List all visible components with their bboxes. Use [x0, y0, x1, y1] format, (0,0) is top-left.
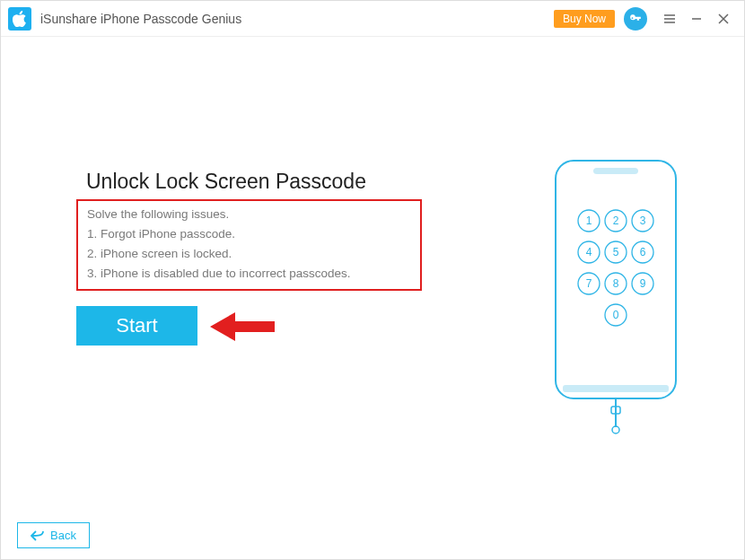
- issue-item: 3. iPhone is disabled due to incorrect p…: [87, 264, 411, 284]
- page-heading: Unlock Lock Screen Passcode: [86, 170, 366, 194]
- titlebar: iSunshare iPhone Passcode Genius Buy Now: [1, 1, 744, 37]
- svg-text:1: 1: [586, 214, 592, 227]
- buy-now-button[interactable]: Buy Now: [554, 10, 615, 28]
- app-logo: [8, 7, 31, 31]
- svg-point-25: [612, 426, 619, 433]
- svg-rect-1: [593, 168, 638, 174]
- issues-highlight-box: Solve the following issues. 1. Forgot iP…: [76, 199, 422, 291]
- svg-text:6: 6: [640, 246, 646, 258]
- issue-item: 1. Forgot iPhone passcode.: [87, 224, 411, 244]
- svg-text:3: 3: [640, 214, 646, 227]
- svg-text:2: 2: [613, 214, 619, 227]
- issues-intro: Solve the following issues.: [87, 205, 411, 224]
- close-button[interactable]: [710, 5, 737, 32]
- back-label: Back: [50, 529, 76, 542]
- start-button[interactable]: Start: [76, 306, 197, 346]
- key-icon-button[interactable]: [624, 7, 647, 31]
- back-button[interactable]: Back: [17, 522, 90, 548]
- svg-text:5: 5: [613, 246, 619, 258]
- svg-text:0: 0: [613, 309, 619, 321]
- minimize-button[interactable]: [683, 5, 710, 32]
- svg-text:9: 9: [640, 277, 646, 290]
- svg-text:4: 4: [586, 246, 592, 258]
- menu-button[interactable]: [656, 5, 683, 32]
- svg-text:7: 7: [586, 277, 592, 290]
- svg-rect-2: [563, 385, 669, 392]
- phone-illustration: 123 456 789 0: [548, 158, 683, 436]
- issue-item: 2. iPhone screen is locked.: [87, 244, 411, 264]
- main-content: Unlock Lock Screen Passcode Solve the fo…: [1, 37, 744, 521]
- svg-text:8: 8: [613, 277, 619, 290]
- back-arrow-icon: [31, 530, 45, 541]
- annotation-arrow-icon: [210, 311, 277, 343]
- app-title: iSunshare iPhone Passcode Genius: [40, 12, 554, 26]
